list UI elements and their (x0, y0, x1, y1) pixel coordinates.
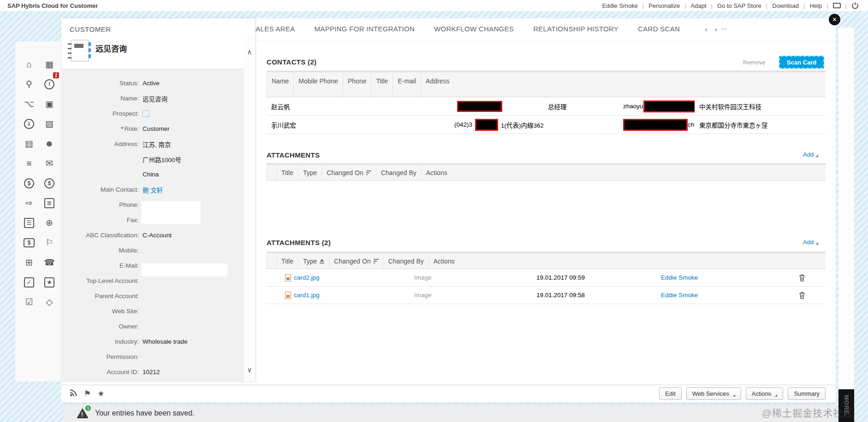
nav-icon-cell[interactable]: ▤ (19, 134, 39, 153)
tab[interactable]: SALES AREA (250, 25, 296, 41)
nav-icon-cell[interactable]: ☰ (19, 213, 39, 233)
menu-corner-icon (815, 154, 818, 157)
column-header[interactable]: Title (276, 253, 298, 269)
tabs-next-icon[interactable]: › (711, 25, 721, 34)
menu-corner-icon (815, 242, 818, 245)
column-header[interactable]: Phone (343, 72, 371, 97)
feed-rss-icon[interactable] (70, 389, 77, 399)
nav-icon-cell[interactable]: ⌂ (19, 54, 39, 74)
attachments2-table-header: TitleTypeChanged OnChanged ByActions (267, 252, 826, 269)
remove-button[interactable]: Remove (743, 59, 765, 66)
nav-icon-cell[interactable]: ⊕ (39, 213, 59, 233)
column-header[interactable]: Changed By (383, 253, 428, 269)
tab[interactable]: MAPPING FOR INTEGRATION (314, 25, 416, 41)
warning-icon[interactable]: ! 1 (77, 408, 89, 418)
column-header[interactable]: Title (276, 165, 298, 180)
notes-icon: ☑ (25, 298, 33, 306)
changed-by-link[interactable]: Eddie Smoke (661, 274, 698, 281)
scroll-down-icon[interactable]: ∨ (244, 364, 255, 376)
top-menu-item[interactable]: Adapt (686, 2, 711, 9)
attachment-row[interactable]: card1.jpg Image 19.01.2017 09:58 Eddie S… (267, 287, 826, 304)
nav-icon-cell[interactable]: ⇩ (19, 114, 39, 134)
power-icon[interactable] (851, 2, 859, 9)
favorite-star-icon[interactable]: ★ (97, 389, 104, 399)
scan-card-button[interactable]: Scan Card (779, 56, 824, 69)
nav-icon-cell[interactable]: $ (39, 173, 59, 193)
attachment-link[interactable]: card2.jpg (294, 274, 320, 281)
column-header[interactable]: Changed By (376, 165, 421, 180)
delete-trash-icon[interactable] (799, 292, 805, 299)
detail-field: * 广州路1000号 (61, 152, 255, 167)
contact-row[interactable]: 示川武宏 (042)31(代表)内線3623 chi.co.jp 東京都国分寺市… (267, 116, 826, 134)
nav-icon-cell[interactable]: ⌥ (19, 94, 39, 114)
column-header[interactable]: Actions (428, 253, 459, 269)
attachment-row[interactable]: card2.jpg Image 19.01.2017 09:59 Eddie S… (267, 269, 826, 287)
screen-icon[interactable] (833, 3, 841, 8)
material-icon: ◇ (46, 298, 53, 306)
column-header[interactable]: Actions (421, 165, 452, 180)
column-header[interactable]: E-mail (392, 72, 421, 97)
nav-icon-cell[interactable]: ✉ (39, 153, 59, 173)
column-header[interactable]: Type (298, 253, 329, 269)
tab[interactable]: WORKFLOW CHANGES (433, 25, 515, 41)
nav-icon-cell[interactable]: ☑ (19, 292, 39, 312)
nav-icon-cell[interactable]: ! 1 (39, 74, 59, 94)
delete-trash-icon[interactable] (799, 274, 805, 281)
top-menu-item[interactable]: Go to SAP Store (713, 2, 766, 9)
nav-icon-cell[interactable]: $ (19, 233, 39, 252)
nav-icon-cell[interactable]: ⇨ (19, 193, 39, 213)
tab[interactable]: CARD SCAN (637, 25, 681, 41)
panel-scrollbar[interactable]: ∧ ∨ (244, 38, 255, 381)
footer-button[interactable]: Edit (659, 387, 681, 400)
nav-icon-cell[interactable]: ☎ (39, 252, 59, 272)
attachments2-section-title: ATTACHMENTS (2) (267, 239, 331, 246)
sort-ascending-icon[interactable] (320, 259, 324, 264)
scroll-up-icon[interactable]: ∧ (244, 46, 255, 58)
column-header[interactable]: Type (298, 165, 321, 180)
footer-button[interactable]: Summary (788, 387, 826, 400)
attachments2-add-button[interactable]: Add (803, 239, 818, 246)
nav-icon-cell[interactable]: ≡ (19, 153, 39, 173)
top-menu-item[interactable]: Personalize (644, 2, 684, 9)
column-header[interactable]: Mobile Phone (293, 72, 343, 97)
nav-icon-cell[interactable]: ▨ (39, 114, 59, 134)
flag-icon[interactable]: ⚑ (84, 389, 91, 399)
top-menu-item[interactable]: Download (767, 2, 803, 9)
column-header[interactable]: Changed On (321, 165, 375, 180)
column-header[interactable]: Changed On (329, 253, 383, 269)
nav-icon-cell[interactable]: $ (19, 173, 39, 193)
nav-icon-cell[interactable]: ⚐ (39, 233, 59, 252)
top-menu-item[interactable]: Eddie Smoke (598, 2, 642, 9)
panel-type-label: CUSTOMER (70, 25, 111, 33)
top-menu-item[interactable]: Help (805, 2, 826, 9)
nav-icon-cell[interactable]: ▣ (39, 94, 59, 114)
nav-icon-cell[interactable]: ◇ (39, 292, 59, 312)
nav-icon-cell[interactable]: ≣ (39, 193, 59, 213)
attachments-add-button[interactable]: Add (803, 151, 818, 158)
tabs-prev-icon[interactable]: ‹ (701, 25, 711, 34)
column-header[interactable] (267, 253, 276, 269)
column-header[interactable]: Name (267, 72, 293, 97)
column-header[interactable]: Title (371, 72, 392, 97)
prospect-checkbox[interactable] (143, 110, 149, 117)
close-icon[interactable]: ✕ (829, 14, 840, 25)
tabs-overflow-icon[interactable]: ••• (721, 27, 728, 33)
contacts-table: NameMobile PhonePhoneTitleE-mailAddress … (267, 70, 826, 134)
nav-icon-cell[interactable]: ⚲ (19, 74, 39, 94)
tab[interactable]: RELATIONSHIP HISTORY (532, 25, 619, 41)
footer-button[interactable]: Web Services (686, 387, 741, 400)
nav-icon-cell[interactable]: ☻ (39, 134, 59, 153)
footer-button[interactable]: Actions (746, 387, 784, 400)
column-header[interactable] (267, 165, 276, 180)
nav-icon-cell[interactable]: ★ (39, 272, 59, 292)
column-header[interactable]: Address (421, 72, 454, 97)
filter-icon[interactable] (374, 259, 379, 264)
nav-icon-cell[interactable]: ✓ (19, 272, 39, 292)
nav-icon-cell[interactable]: ▦ (39, 54, 59, 74)
nav-icon-cell[interactable]: ⊞ (19, 252, 39, 272)
attachment-link[interactable]: card1.jpg (294, 292, 320, 299)
list-icon: ☰ (24, 218, 34, 228)
contact-row[interactable]: 赵云帆 总经理 zhaoyu 中关村软件园汉王科技 (267, 97, 826, 116)
filter-icon[interactable] (366, 170, 371, 175)
changed-by-link[interactable]: Eddie Smoke (661, 292, 698, 299)
